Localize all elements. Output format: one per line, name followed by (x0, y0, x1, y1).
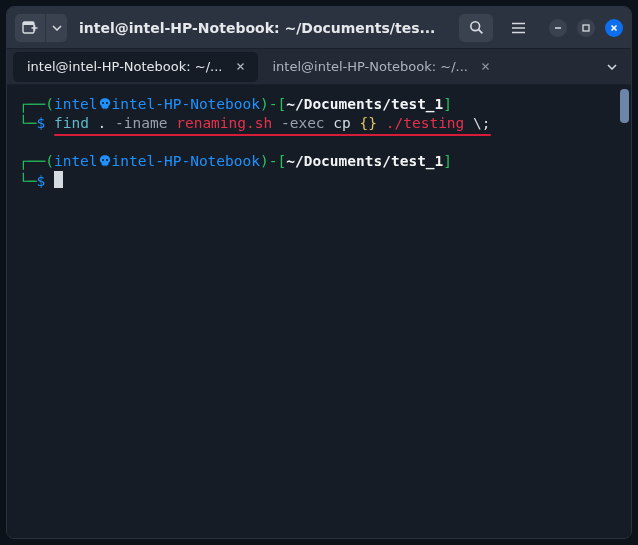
maximize-button[interactable] (577, 19, 595, 37)
window-title: intel@intel-HP-Notebook: ~/Documents/tes… (75, 20, 451, 36)
svg-line-5 (478, 30, 482, 34)
terminal-cursor (54, 171, 63, 188)
hamburger-menu-button[interactable] (501, 14, 535, 42)
svg-rect-1 (23, 22, 34, 25)
search-button[interactable] (459, 14, 493, 42)
tab-label: intel@intel-HP-Notebook: ~/... (272, 59, 467, 74)
titlebar: intel@intel-HP-Notebook: ~/Documents/tes… (7, 7, 631, 49)
svg-point-17 (101, 102, 103, 104)
terminal-window: intel@intel-HP-Notebook: ~/Documents/tes… (6, 6, 632, 539)
maximize-icon (581, 23, 591, 33)
svg-point-19 (101, 159, 103, 161)
window-controls (549, 19, 623, 37)
close-button[interactable] (605, 19, 623, 37)
new-terminal-tab-icon (22, 21, 38, 35)
hamburger-icon (511, 22, 526, 34)
svg-rect-10 (583, 25, 589, 31)
new-tab-button-group (15, 14, 67, 42)
command-underline (54, 134, 491, 137)
executed-command: find . -iname renaming.sh -exec cp {} ./… (54, 114, 491, 133)
close-icon (481, 62, 490, 71)
chevron-down-icon (607, 64, 617, 70)
scrollbar-thumb[interactable] (620, 89, 629, 123)
tab-close-button[interactable] (232, 59, 248, 75)
chevron-down-icon (52, 25, 62, 31)
svg-point-4 (470, 22, 479, 31)
new-tab-button[interactable] (15, 14, 45, 42)
terminal-content: ┌──(intelintel-HP-Notebook)-[~/Documents… (19, 95, 619, 191)
svg-point-18 (105, 102, 107, 104)
window-close-icon (609, 23, 619, 33)
new-tab-dropdown[interactable] (45, 14, 67, 42)
minimize-icon (553, 23, 563, 33)
close-icon (236, 62, 245, 71)
tab-1[interactable]: intel@intel-HP-Notebook: ~/... (13, 52, 258, 82)
svg-point-20 (105, 159, 107, 161)
tab-close-button[interactable] (478, 59, 494, 75)
kali-skull-icon (98, 97, 112, 111)
tab-label: intel@intel-HP-Notebook: ~/... (27, 59, 222, 74)
tabs-overflow-button[interactable] (599, 54, 625, 80)
minimize-button[interactable] (549, 19, 567, 37)
search-icon (469, 20, 484, 35)
tabbar: intel@intel-HP-Notebook: ~/... intel@int… (7, 49, 631, 85)
terminal-viewport[interactable]: ┌──(intelintel-HP-Notebook)-[~/Documents… (7, 85, 631, 538)
kali-skull-icon (98, 154, 112, 168)
tab-2[interactable]: intel@intel-HP-Notebook: ~/... (258, 52, 503, 82)
